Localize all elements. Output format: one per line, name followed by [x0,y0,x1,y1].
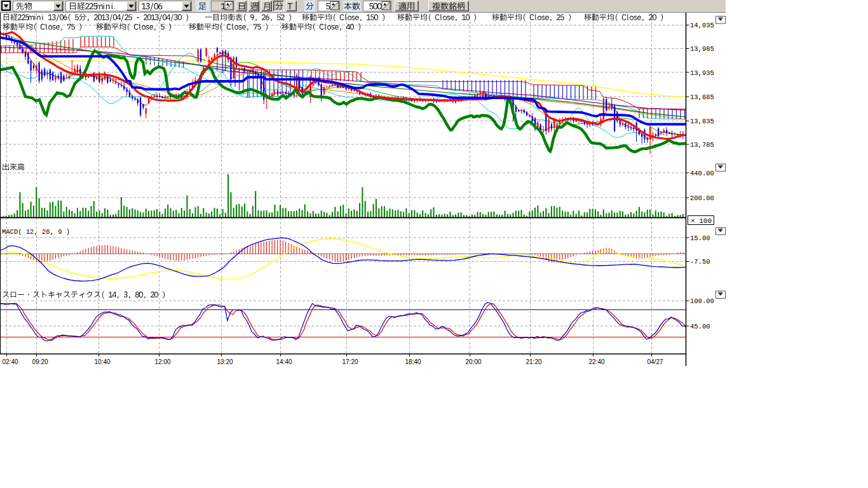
svg-text:-7.50: -7.50 [690,258,710,266]
svg-text:09:20: 09:20 [32,358,48,365]
svg-text:15.00: 15.00 [690,234,710,242]
svg-text:13,885: 13,885 [690,93,714,101]
svg-text:04/27: 04/27 [647,358,663,365]
svg-text:17:20: 17:20 [342,358,358,365]
svg-text:× 100: × 100 [691,217,712,225]
svg-text:02:40: 02:40 [2,358,18,365]
svg-text:440.00: 440.00 [690,170,714,177]
svg-text:14,035: 14,035 [690,22,714,29]
svg-text:200.00: 200.00 [690,194,714,202]
svg-text:12:00: 12:00 [154,358,170,365]
svg-text:13,835: 13,835 [690,118,714,125]
svg-text:18:40: 18:40 [405,358,421,365]
svg-text:45.00: 45.00 [690,323,710,330]
svg-text:10:40: 10:40 [94,358,110,365]
svg-text:100.00: 100.00 [690,297,714,305]
svg-text:13:20: 13:20 [217,358,233,365]
svg-text:13,985: 13,985 [690,45,714,53]
svg-text:22:40: 22:40 [588,358,604,365]
svg-text:MACD( 12, 26, 9 ): MACD( 12, 26, 9 ) [2,228,70,236]
svg-text:13,935: 13,935 [690,69,714,77]
svg-text:13,785: 13,785 [690,141,714,149]
svg-text:14:40: 14:40 [276,358,292,365]
svg-text:20:00: 20:00 [465,358,481,365]
svg-text:21:20: 21:20 [526,358,541,365]
